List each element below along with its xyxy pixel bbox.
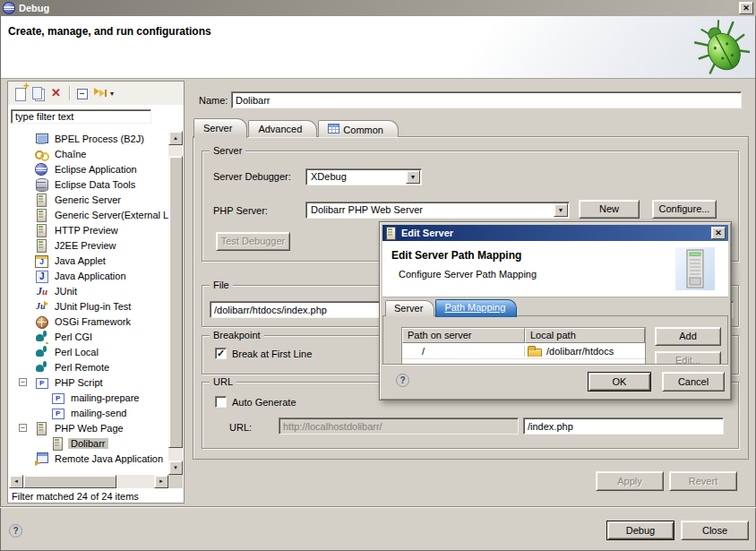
chevron-down-icon[interactable]: ▼ [554,203,568,217]
php-server-select[interactable]: Dolibarr PHP Web Server ▼ [305,202,570,219]
table-row[interactable]: //dolibarr/htdocs [402,343,645,358]
server-icon [35,239,48,252]
break-first-line-checkbox[interactable]: ✓ [215,348,227,359]
server-group-title: Server [210,145,245,156]
tree-item-mailing-prepare[interactable]: mailing-prepare [9,390,168,405]
vertical-scroll-thumb[interactable] [168,156,183,448]
tree-item-label: Dolibarr [68,438,108,449]
close-button[interactable]: Close [681,521,749,540]
tree-horizontal-scrollbar[interactable]: ◄ ► [9,475,168,488]
dropdown-arrow-icon[interactable]: ▾ [110,90,114,98]
test-debugger-button[interactable]: Test Debugger [216,232,290,251]
url-path-input[interactable] [523,418,724,435]
tree-item-perl-remote[interactable]: Perl Remote [9,359,168,375]
tree-item-dolibarr[interactable]: Dolibarr [9,435,168,451]
apply-button[interactable]: Apply [596,471,664,491]
server-debugger-select[interactable]: XDebug ▼ [305,168,422,185]
name-input[interactable] [231,91,742,108]
window-close-button[interactable]: ✕ [739,2,753,14]
tree-vertical-scrollbar[interactable]: ▲ ▼ [168,131,183,475]
tree-item-remote-java-application[interactable]: Remote Java Application [9,451,168,466]
tree-item-eclipse-data-tools[interactable]: Eclipse Data Tools [9,176,168,192]
dialog-close-button[interactable]: ✕ [711,227,726,239]
tree-item-junit-plug-in-test[interactable]: JUnit Plug-in Test [9,298,168,314]
dialog-tab-content: Path on serverLocal path //dolibarr/htdo… [382,315,728,368]
collapse-expander-icon[interactable]: − [19,424,27,432]
scroll-down-icon[interactable]: ▼ [168,461,183,475]
junit-icon [35,285,48,297]
tree-item-osgi-framework[interactable]: OSGi Framework [9,314,168,329]
server-icon [35,194,48,206]
java-icon [35,270,48,282]
tree-item-perl-cgi[interactable]: Perl CGI [9,329,168,344]
tree-item-label: Generic Server [52,194,124,205]
tree-item-java-application[interactable]: Java Application [9,268,168,283]
junit-plugin-icon [35,300,48,313]
tab-server[interactable]: Server [385,300,434,316]
filter-icon[interactable] [91,84,109,102]
server-icon [385,227,397,239]
tree-item-perl-local[interactable]: Perl Local [9,344,168,359]
cancel-button[interactable]: Cancel [662,372,725,392]
tree-item-php-script[interactable]: −PHP Script [9,375,168,390]
page-title: Create, manage, and run configurations [8,25,211,38]
edit-server-dialog: Edit Server ✕ Edit Server Path Mapping C… [379,221,732,400]
tab-label: Advanced [258,124,302,134]
tree-item-label: JUnit Plug-in Test [52,301,133,312]
tree-item-j2ee-preview[interactable]: J2EE Preview [9,237,168,253]
new-server-button[interactable]: New [579,200,640,219]
breakpoint-group-title: Breakpoint [210,330,264,340]
tree-item-bpel-process-b2j[interactable]: BPEL Process (B2J) [9,131,168,146]
scroll-right-icon[interactable]: ► [154,475,168,488]
tree-item-cha-ne[interactable]: Chaîne [9,146,168,161]
tab-label: Server [394,303,423,314]
auto-generate-checkbox[interactable] [215,396,227,408]
ok-button[interactable]: OK [588,372,651,392]
filter-input[interactable] [11,109,151,124]
column-header[interactable]: Path on server [402,328,525,343]
new-configuration-icon[interactable] [12,84,30,102]
tab-server[interactable]: Server [193,118,247,138]
close-icon: ✕ [743,4,750,13]
perl-icon [35,361,48,374]
url-base-input [279,418,519,435]
duplicate-icon[interactable] [30,84,47,102]
collapse-expander-icon[interactable]: − [19,378,27,386]
debug-button[interactable]: Debug [606,521,674,540]
column-header[interactable]: Local path [525,328,645,343]
tree-item-java-applet[interactable]: Java Applet [9,253,168,268]
horizontal-scroll-thumb[interactable] [23,475,116,488]
tree-item-mailing-send[interactable]: mailing-send [9,405,168,420]
tree-item-generic-server[interactable]: Generic Server [9,192,168,207]
tree-item-generic-server-external-la[interactable]: Generic Server(External La [9,207,168,222]
tree-item-junit[interactable]: JUnit [9,283,168,298]
tab-label: Common [343,125,383,135]
url-label: URL: [229,422,252,433]
delete-icon[interactable] [47,84,65,102]
scroll-left-icon[interactable]: ◄ [9,475,23,488]
collapse-all-icon[interactable] [73,84,91,102]
help-icon[interactable]: ? [396,374,409,387]
osgi-icon [35,315,48,328]
configure-server-button[interactable]: Configure... [652,200,717,219]
tab-common[interactable]: Common [318,120,399,137]
tab-advanced[interactable]: Advanced [248,120,317,137]
server-icon [35,209,48,221]
add-mapping-button[interactable]: Add [655,327,721,346]
help-icon[interactable]: ? [9,524,22,538]
tab-path-mapping[interactable]: Path Mapping [435,299,517,317]
tree-item-eclipse-application[interactable]: Eclipse Application [9,161,168,176]
config-tree: BPEL Process (B2J)ChaîneEclipse Applicat… [9,131,168,475]
tree-item-label: Perl CGI [52,331,95,342]
tree-item-php-web-page[interactable]: −PHP Web Page [9,420,168,435]
revert-button[interactable]: Revert [669,471,737,491]
applet-icon [35,254,48,267]
php-icon [35,376,48,389]
chevron-down-icon[interactable]: ▼ [406,170,420,184]
check-icon: ✓ [217,348,225,359]
computer-icon [35,133,48,145]
tree-item-label: Perl Remote [52,362,112,373]
tree-item-http-preview[interactable]: HTTP Preview [9,222,168,237]
scroll-up-icon[interactable]: ▲ [168,131,183,145]
configurations-panel: ▾ BPEL Process (B2J)ChaîneEclipse Applic… [7,81,185,504]
